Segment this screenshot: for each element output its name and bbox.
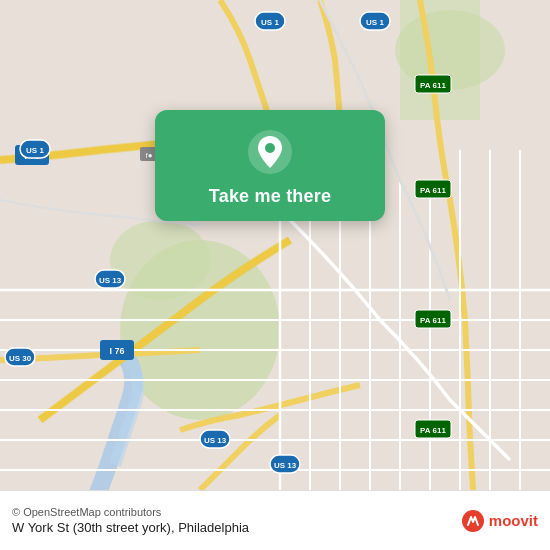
copyright-text: © OpenStreetMap contributors xyxy=(12,506,451,518)
svg-text:US 13: US 13 xyxy=(99,276,122,285)
map-background: I 76 I 76 US 1 US 1 US 1 PA 611 PA 611 P… xyxy=(0,0,550,490)
bottom-bar: © OpenStreetMap contributors W York St (… xyxy=(0,490,550,550)
svg-point-50 xyxy=(265,143,275,153)
map-container: I 76 I 76 US 1 US 1 US 1 PA 611 PA 611 P… xyxy=(0,0,550,490)
moovit-icon xyxy=(461,509,485,533)
svg-text:US 30: US 30 xyxy=(9,354,32,363)
moovit-logo: moovit xyxy=(461,509,538,533)
svg-text:PA 611: PA 611 xyxy=(420,426,446,435)
svg-text:PA 611: PA 611 xyxy=(420,186,446,195)
svg-text:US 1: US 1 xyxy=(26,146,44,155)
svg-text:I 76: I 76 xyxy=(109,346,124,356)
svg-text:PA 611: PA 611 xyxy=(420,316,446,325)
svg-text:PA 611: PA 611 xyxy=(420,81,446,90)
location-label: W York St (30th street york), Philadelph… xyxy=(12,520,451,535)
svg-text:US 13: US 13 xyxy=(204,436,227,445)
moovit-brand-text: moovit xyxy=(489,512,538,529)
svg-text:f●: f● xyxy=(145,151,152,160)
svg-text:US 1: US 1 xyxy=(366,18,384,27)
svg-text:US 1: US 1 xyxy=(261,18,279,27)
svg-text:US 13: US 13 xyxy=(274,461,297,470)
location-pin-icon xyxy=(246,128,294,176)
svg-point-2 xyxy=(110,220,210,300)
take-me-there-button[interactable]: Take me there xyxy=(155,110,385,221)
take-me-there-label: Take me there xyxy=(209,186,331,207)
